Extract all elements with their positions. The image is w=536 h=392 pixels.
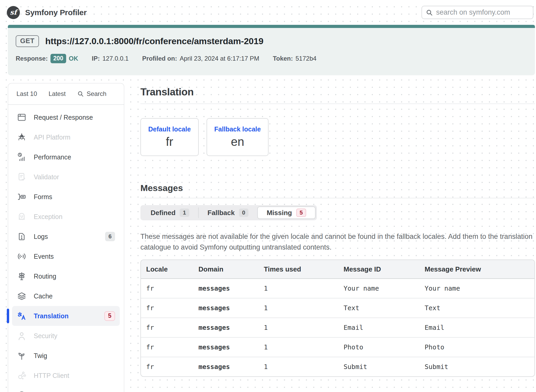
messages-tabs: Defined 1 Fallback 0 Missing 5 <box>140 205 317 220</box>
network-nodes-icon <box>16 370 27 381</box>
table-body: fr messages 1 Your name Your name fr mes… <box>141 279 534 376</box>
col-domain: Domain <box>193 260 259 278</box>
table-row: fr messages 1 Submit Submit <box>141 357 534 376</box>
messages-title: Messages <box>140 183 535 193</box>
log-document-icon <box>16 231 27 242</box>
missing-messages-description: These messages are not available for the… <box>140 231 535 253</box>
fallback-locale-value: en <box>231 135 244 149</box>
translation-language-icon <box>16 311 27 321</box>
tab-defined[interactable]: Defined 1 <box>142 206 198 219</box>
table-row: fr messages 1 Email Email <box>141 318 534 337</box>
layers-icon <box>16 291 27 301</box>
profiler-sidebar: Last 10 Latest Search Request / Response… <box>8 83 124 392</box>
status-code-badge: 200 <box>50 54 66 63</box>
divider <box>140 103 535 104</box>
twig-leaf-icon <box>16 350 27 361</box>
symfony-logo-icon: sf <box>7 6 20 19</box>
search-icon <box>77 90 84 97</box>
performance-icon <box>16 152 27 162</box>
divider <box>140 198 535 198</box>
sidebar-menu: Request / Response API Platform Performa… <box>8 105 124 392</box>
filter-search[interactable]: Search <box>77 90 106 97</box>
main-panel: Translation Default locale fr Fallback l… <box>140 86 535 377</box>
http-method-badge: GET <box>16 35 39 47</box>
col-message-id: Message ID <box>338 260 419 278</box>
page-title: Translation <box>140 86 535 98</box>
table-header-row: Locale Domain Times used Message ID Mess… <box>141 260 534 279</box>
person-icon <box>16 331 27 341</box>
table-row: fr messages 1 Your name Your name <box>141 279 534 298</box>
sidebar-item-security[interactable]: Security <box>8 326 124 346</box>
col-locale: Locale <box>141 260 193 278</box>
locale-cards: Default locale fr Fallback locale en <box>140 118 535 156</box>
sidebar-item-http-client[interactable]: HTTP Client <box>8 366 124 385</box>
sidebar-item-partial[interactable] <box>8 385 124 392</box>
app-title: Symfony Profiler <box>25 0 87 25</box>
table-row: fr messages 1 Text Text <box>141 298 534 318</box>
response-status: Response: 200 OK <box>16 54 78 63</box>
default-locale-value: fr <box>166 135 173 149</box>
sidebar-item-translation[interactable]: Translation 5 <box>12 306 120 326</box>
default-locale-card: Default locale fr <box>140 118 199 156</box>
top-bar: sf Symfony Profiler <box>0 0 536 25</box>
sidebar-item-exception[interactable]: Exception <box>8 207 124 227</box>
sidebar-item-api-platform[interactable]: API Platform <box>8 127 124 147</box>
browser-window-icon <box>16 112 27 123</box>
table-row: fr messages 1 Photo Photo <box>141 337 534 357</box>
form-input-icon <box>16 192 27 202</box>
sidebar-item-cache[interactable]: Cache <box>8 286 124 306</box>
logs-count-badge: 6 <box>105 232 115 241</box>
validator-clipboard-icon <box>16 172 27 182</box>
sidebar-filter-bar: Last 10 Latest Search <box>8 83 124 105</box>
broadcast-icon <box>16 251 27 262</box>
request-summary-panel: GET https://127.0.0.1:8000/fr/conference… <box>8 25 535 75</box>
sidebar-item-validator[interactable]: Validator <box>8 167 124 187</box>
col-message-preview: Message Preview <box>419 260 534 278</box>
fallback-locale-card: Fallback locale en <box>207 118 269 156</box>
sidebar-item-performance[interactable]: Performance <box>8 147 124 167</box>
circle-icon <box>16 390 27 392</box>
sidebar-item-forms[interactable]: Forms <box>8 187 124 207</box>
ghost-icon <box>16 211 27 222</box>
sidebar-item-twig[interactable]: Twig <box>8 346 124 366</box>
fallback-count-badge: 0 <box>239 209 248 217</box>
sidebar-item-request-response[interactable]: Request / Response <box>8 107 124 127</box>
ip-info: IP: 127.0.0.1 <box>92 55 129 62</box>
site-search[interactable] <box>421 6 533 19</box>
sidebar-item-events[interactable]: Events <box>8 246 124 266</box>
request-url: https://127.0.0.1:8000/fr/conference/ams… <box>45 36 264 46</box>
sidebar-item-routing[interactable]: Routing <box>8 266 124 286</box>
translation-count-badge: 5 <box>104 311 115 321</box>
missing-messages-table: Locale Domain Times used Message ID Mess… <box>140 260 535 377</box>
filter-latest[interactable]: Latest <box>49 90 66 97</box>
token-info: Token: 5172b4 <box>273 55 316 62</box>
search-icon <box>426 9 433 16</box>
missing-count-badge: 5 <box>296 209 306 217</box>
accent-bar <box>8 25 535 28</box>
tab-fallback[interactable]: Fallback 0 <box>199 206 257 219</box>
tab-missing[interactable]: Missing 5 <box>257 206 316 219</box>
spider-mascot-icon <box>16 132 27 142</box>
filter-last10[interactable]: Last 10 <box>16 90 37 97</box>
search-input[interactable] <box>436 8 522 16</box>
sidebar-item-logs[interactable]: Logs 6 <box>8 227 124 246</box>
defined-count-badge: 1 <box>180 209 189 217</box>
col-times-used: Times used <box>259 260 338 278</box>
profiled-on-info: Profiled on: April 23, 2024 at 6:17:17 P… <box>142 55 259 62</box>
signpost-icon <box>16 271 27 281</box>
